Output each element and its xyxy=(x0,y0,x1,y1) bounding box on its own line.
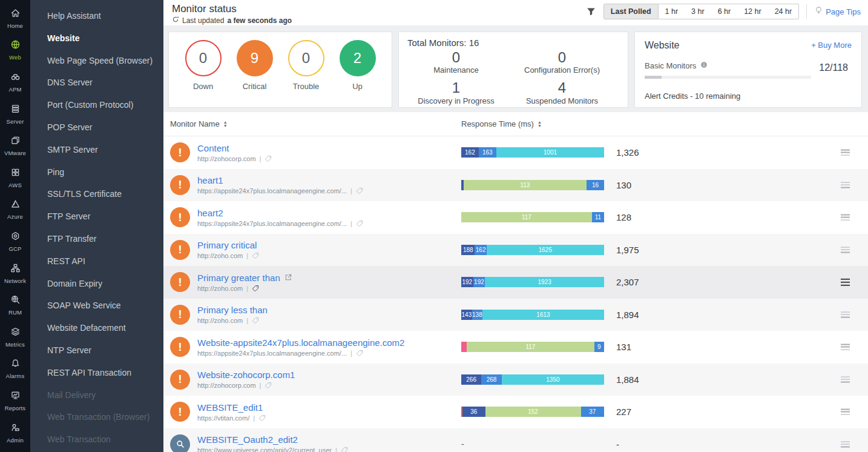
sidebar-item-website-defacement[interactable]: Website Defacement xyxy=(30,317,163,339)
rail-item-apm[interactable]: APM xyxy=(0,66,30,98)
monitor-info: Primary greater thanhttp://zoho.com| xyxy=(197,273,461,292)
critical-status-icon[interactable]: ! xyxy=(170,272,190,292)
row-menu-icon[interactable] xyxy=(841,213,850,222)
monitor-name-link[interactable]: Primary less than xyxy=(197,305,461,315)
time-range-24-hr[interactable]: 24 hr xyxy=(768,4,799,19)
rail-item-gcp[interactable]: GCP xyxy=(0,225,30,258)
time-range-12-hr[interactable]: 12 hr xyxy=(737,4,768,19)
tag-icon[interactable] xyxy=(356,350,363,357)
bar-segment-navy: 188 xyxy=(461,245,475,255)
sidebar-item-ping[interactable]: Ping xyxy=(30,161,163,184)
sidebar-item-rest-api-transaction[interactable]: REST API Transaction xyxy=(30,362,163,384)
tag-icon[interactable] xyxy=(356,187,363,194)
sidebar-item-ftp-server[interactable]: FTP Server xyxy=(30,205,163,228)
sidebar-item-pop-server[interactable]: POP Server xyxy=(30,116,163,139)
monitor-name-link[interactable]: Content xyxy=(197,143,461,153)
sidebar-item-port-custom-protocol-[interactable]: Port (Custom Protocol) xyxy=(30,94,163,116)
sidebar-item-dns-server[interactable]: DNS Server xyxy=(30,71,163,94)
row-menu-icon[interactable] xyxy=(841,245,850,254)
filter-icon[interactable] xyxy=(586,7,596,17)
rail-item-network[interactable]: Network xyxy=(0,258,30,290)
tag-icon[interactable] xyxy=(265,155,272,162)
time-range-1-hr[interactable]: 1 hr xyxy=(659,4,685,19)
rail-item-admin[interactable]: Admin xyxy=(0,417,30,449)
time-range-3-hr[interactable]: 3 hr xyxy=(685,4,711,19)
column-response-time[interactable]: Response Time (ms) ▲▼ xyxy=(461,119,542,128)
sidebar-item-help-assistant[interactable]: Help Assistant xyxy=(30,5,163,27)
row-menu-icon[interactable] xyxy=(841,342,850,351)
time-range-last-polled[interactable]: Last Polled xyxy=(604,4,659,19)
monitor-name-link[interactable]: WEBSITE_edit1 xyxy=(197,402,461,413)
sidebar-item-domain-expiry[interactable]: Domain Expiry xyxy=(30,273,163,295)
rail-item-azure[interactable]: Azure xyxy=(0,194,30,226)
monitor-url-text: https://appsite24x7plus.localmanageengin… xyxy=(197,350,347,357)
rail-item-server[interactable]: Server xyxy=(0,98,30,130)
row-menu-icon[interactable] xyxy=(841,375,850,384)
monitor-name-link[interactable]: heart2 xyxy=(197,208,461,218)
rail-item-web[interactable]: Web xyxy=(0,35,30,67)
monitor-name-link[interactable]: heart1 xyxy=(197,175,461,185)
row-menu-icon[interactable] xyxy=(841,278,850,287)
page-tips-link[interactable]: Page Tips xyxy=(814,6,861,17)
info-icon[interactable] xyxy=(700,61,708,70)
column-monitor-name[interactable]: Monitor Name ▲▼ xyxy=(170,119,461,128)
row-menu-icon[interactable] xyxy=(841,181,850,190)
sidebar-item-smtp-server[interactable]: SMTP Server xyxy=(30,139,163,161)
monitor-name-link[interactable]: WEBSITE_Oauth2_edit2 xyxy=(197,434,461,445)
rail-item-rum[interactable]: RUM xyxy=(0,289,30,321)
reports-icon xyxy=(10,390,21,403)
status-up[interactable]: 2Up xyxy=(340,40,376,91)
rail-item-vmware[interactable]: VMware xyxy=(0,130,30,162)
sidebar-item-ntp-server[interactable]: NTP Server xyxy=(30,339,163,362)
tag-icon[interactable] xyxy=(252,285,259,292)
tag-icon[interactable] xyxy=(341,447,348,452)
status-critical[interactable]: 9Critical xyxy=(237,40,273,91)
monitor-name-link[interactable]: Primary greater than xyxy=(197,273,461,283)
bar-segment-navy: 36 xyxy=(462,407,485,417)
tag-icon[interactable] xyxy=(258,414,266,422)
monitor-name-link[interactable]: Website-zohocorp.com1 xyxy=(197,370,461,380)
sidebar-item-soap-web-service[interactable]: SOAP Web Service xyxy=(30,294,163,317)
status-down[interactable]: 0Down xyxy=(185,40,222,91)
critical-status-icon[interactable]: ! xyxy=(170,305,190,325)
rail-item-reports[interactable]: Reports xyxy=(0,385,30,417)
row-menu-icon[interactable] xyxy=(841,407,850,416)
bulb-icon xyxy=(814,6,823,17)
time-range-6-hr[interactable]: 6 hr xyxy=(711,4,738,19)
critical-status-icon[interactable]: ! xyxy=(170,207,190,227)
refresh-icon[interactable] xyxy=(172,16,179,25)
external-link-icon[interactable] xyxy=(284,273,292,283)
url-separator: | xyxy=(253,414,255,422)
sidebar-item-web-page-speed-browser-[interactable]: Web Page Speed (Browser) xyxy=(30,50,163,72)
critical-status-icon[interactable]: ! xyxy=(170,337,190,357)
status-trouble[interactable]: 0Trouble xyxy=(288,40,324,91)
bar-segment-blue: 138 xyxy=(472,310,482,320)
monitor-name-link[interactable]: Primary critical xyxy=(197,240,461,250)
sidebar-item-ssl-tls-certificate[interactable]: SSL/TLS Certificate xyxy=(30,183,163,205)
critical-status-icon[interactable]: ! xyxy=(170,402,190,422)
sidebar-item-rest-api[interactable]: REST API xyxy=(30,250,163,273)
discovery-status-icon[interactable] xyxy=(170,434,190,452)
tag-icon[interactable] xyxy=(265,382,272,389)
critical-status-icon[interactable]: ! xyxy=(170,142,190,162)
rail-item-aws[interactable]: AWS xyxy=(0,162,30,194)
row-menu-icon[interactable] xyxy=(841,310,850,319)
tag-icon[interactable] xyxy=(252,317,259,324)
buy-more-link[interactable]: + Buy More xyxy=(811,41,852,50)
response-time-bar: 1179 xyxy=(461,342,604,352)
critical-status-icon[interactable]: ! xyxy=(170,175,190,195)
tag-icon[interactable] xyxy=(252,252,259,259)
sidebar-item-website[interactable]: Website xyxy=(30,27,163,50)
rail-item-home[interactable]: Home xyxy=(0,2,30,35)
row-menu-icon[interactable] xyxy=(841,440,850,449)
row-menu-icon[interactable] xyxy=(841,148,850,157)
rail-item-metrics[interactable]: Metrics xyxy=(0,321,30,353)
table-row: !Website-appsite24x7plus.localmanageengi… xyxy=(163,331,868,364)
critical-status-icon[interactable]: ! xyxy=(170,370,190,390)
tag-icon[interactable] xyxy=(356,220,363,227)
response-time-value: 131 xyxy=(616,342,631,352)
sidebar-item-ftp-transfer[interactable]: FTP Transfer xyxy=(30,228,163,250)
rail-item-alarms[interactable]: Alarms xyxy=(0,353,30,385)
critical-status-icon[interactable]: ! xyxy=(170,240,190,260)
monitor-name-link[interactable]: Website-appsite24x7plus.localmanageengin… xyxy=(197,337,461,348)
